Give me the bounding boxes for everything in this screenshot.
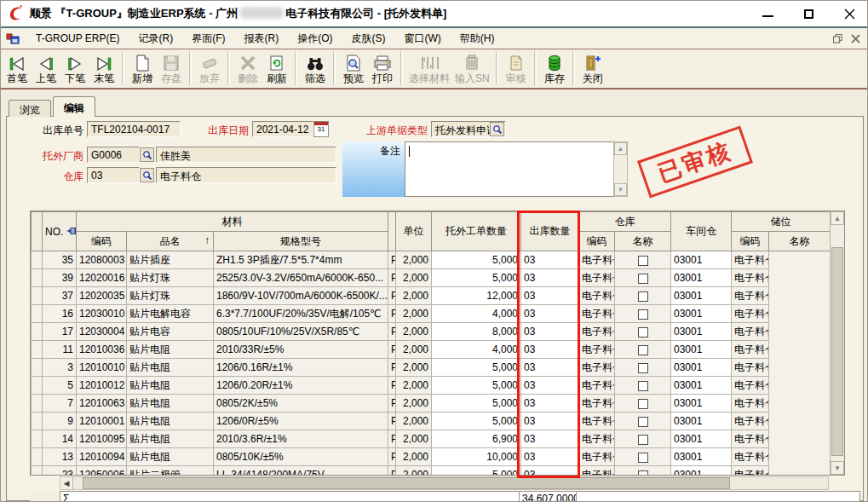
workshop-checkbox[interactable] bbox=[638, 381, 648, 391]
cell-order_qty[interactable]: 2,000 bbox=[396, 448, 432, 466]
cell-wh_name[interactable]: 电子料仓 bbox=[579, 323, 615, 341]
cell-workshop[interactable] bbox=[615, 251, 671, 269]
order-no-field[interactable]: TFL202104-0017 bbox=[87, 121, 181, 137]
cell-unit[interactable]: PCS bbox=[388, 341, 396, 359]
cell-order_qty[interactable]: 2,000 bbox=[396, 305, 432, 323]
cell-code[interactable]: 12010001 bbox=[77, 413, 127, 430]
scroll-down-icon[interactable]: ▼ bbox=[614, 183, 627, 196]
cell-wh_code[interactable]: 03 bbox=[521, 323, 579, 341]
cell-unit[interactable]: PCS bbox=[388, 413, 396, 430]
cell-spec[interactable]: 1206/0.16R/±1% bbox=[214, 359, 388, 377]
toolbar-next-button[interactable]: 下笔 bbox=[60, 50, 89, 85]
cell-no[interactable]: 5 bbox=[43, 377, 77, 395]
toolbar-filter-button[interactable]: 筛选 bbox=[301, 50, 330, 85]
cell-name[interactable]: 贴片电阻 bbox=[127, 448, 214, 466]
cell-loc_name[interactable]: 电子料仓一储 bbox=[732, 287, 769, 305]
menu-record[interactable]: 记录(R) bbox=[129, 30, 182, 48]
cell-wh_code[interactable]: 03 bbox=[521, 448, 579, 466]
cell-workshop[interactable] bbox=[615, 466, 671, 476]
scrollbar-thumb[interactable] bbox=[83, 477, 730, 489]
cell-unit[interactable]: PCS bbox=[388, 251, 396, 269]
workshop-checkbox[interactable] bbox=[638, 256, 648, 266]
table-row[interactable]: 312010010贴片电阻1206/0.16R/±1%PCS2,0005,000… bbox=[32, 359, 831, 377]
cell-name[interactable]: 贴片电阻 bbox=[127, 395, 214, 413]
table-row[interactable]: 3912020016贴片灯珠2525/3.0V-3.2V/650mA/6000K… bbox=[32, 269, 831, 287]
row-indicator-cell[interactable] bbox=[32, 466, 43, 476]
toolbar-prev-button[interactable]: 上笔 bbox=[32, 50, 60, 85]
cell-code[interactable]: 12050006 bbox=[77, 466, 127, 476]
cell-order_qty[interactable]: 2,000 bbox=[396, 269, 432, 287]
cell-out_qty[interactable]: 8,000 bbox=[432, 323, 521, 341]
row-indicator-cell[interactable] bbox=[32, 341, 43, 359]
header-code[interactable]: 编码 bbox=[77, 232, 127, 251]
out-date-field[interactable]: 2021-04-12 bbox=[252, 121, 313, 137]
cell-no[interactable]: 3 bbox=[43, 359, 77, 377]
cell-loc_name[interactable]: 电子料仓一储 bbox=[732, 305, 769, 323]
calendar-button[interactable]: 31 bbox=[313, 121, 329, 137]
cell-loc_code[interactable]: 03001 bbox=[671, 377, 732, 395]
cell-loc_name[interactable]: 电子料仓一储 bbox=[732, 448, 769, 466]
cell-unit[interactable]: PCS bbox=[388, 359, 396, 377]
toolbar-close-button[interactable]: 关闭 bbox=[578, 50, 607, 85]
cell-wh_name[interactable]: 电子料仓 bbox=[579, 430, 615, 448]
window-close-button[interactable] bbox=[843, 8, 855, 20]
cell-no[interactable]: 14 bbox=[43, 430, 77, 448]
cell-no[interactable]: 9 bbox=[43, 413, 77, 430]
cell-spec[interactable]: 6.3*7.7/100UF/20%/35V/电解/105℃ bbox=[214, 305, 388, 323]
menu-report[interactable]: 报表(R) bbox=[234, 30, 288, 48]
cell-loc_name[interactable]: 电子料仓一储 bbox=[732, 395, 769, 413]
tab-browse[interactable]: 浏览 bbox=[9, 100, 51, 117]
header-name[interactable]: 品名↑ bbox=[127, 232, 214, 251]
scroll-up-icon[interactable]: ▲ bbox=[831, 211, 844, 225]
cell-no[interactable]: 17 bbox=[43, 323, 77, 341]
cell-code[interactable]: 12010094 bbox=[77, 448, 127, 466]
cell-spec[interactable]: 1206/0.20R/±1% bbox=[214, 377, 388, 395]
menu-window[interactable]: 窗口(W) bbox=[394, 30, 450, 48]
cell-spec[interactable]: 1206/0R/±5% bbox=[214, 413, 388, 430]
cell-code[interactable]: 12010036 bbox=[77, 341, 127, 359]
row-indicator-cell[interactable] bbox=[32, 395, 43, 413]
cell-spec[interactable]: 0805/2K/±5% bbox=[214, 395, 388, 413]
cell-order_qty[interactable]: 2,000 bbox=[396, 323, 432, 341]
cell-workshop[interactable] bbox=[615, 413, 671, 430]
table-row[interactable]: 1712030004贴片电容0805/10UF/10%/25V/X5R/85℃P… bbox=[32, 323, 831, 341]
cell-loc_name[interactable]: 电子料仓一储 bbox=[732, 251, 769, 269]
cell-workshop[interactable] bbox=[615, 287, 671, 305]
grid-vertical-scrollbar[interactable]: ▲ ▼ bbox=[830, 211, 844, 475]
header-spec[interactable]: 规格型号 bbox=[214, 232, 388, 251]
row-indicator-cell[interactable] bbox=[32, 430, 43, 448]
cell-code[interactable]: 12010012 bbox=[77, 377, 127, 395]
cell-spec[interactable]: 2010/33R/±5% bbox=[214, 341, 388, 359]
cell-order_qty[interactable]: 2,000 bbox=[396, 359, 432, 377]
cell-loc_name[interactable]: 电子料仓一储 bbox=[732, 269, 769, 287]
cell-loc_name[interactable]: 电子料仓一储 bbox=[732, 377, 769, 395]
cell-order_qty[interactable]: 2,000 bbox=[396, 413, 432, 430]
cell-unit[interactable]: PCS bbox=[388, 395, 396, 413]
cell-loc_code[interactable]: 03001 bbox=[671, 305, 732, 323]
cell-loc_code[interactable]: 03001 bbox=[671, 430, 732, 448]
workshop-checkbox[interactable] bbox=[638, 345, 648, 355]
toolbar-preview-button[interactable]: 预览 bbox=[339, 50, 368, 85]
table-row[interactable]: 3512080003贴片插座ZH1.5 3P插座/7.5*5.7*4mmPCS2… bbox=[32, 251, 831, 269]
warehouse-code-field[interactable]: 03 bbox=[87, 167, 140, 183]
workshop-checkbox[interactable] bbox=[638, 453, 648, 463]
cell-workshop[interactable] bbox=[615, 448, 671, 466]
cell-wh_name[interactable]: 电子料仓 bbox=[579, 359, 615, 377]
cell-loc_code[interactable]: 03001 bbox=[671, 413, 732, 430]
cell-code[interactable]: 12030004 bbox=[77, 323, 127, 341]
cell-wh_code[interactable]: 03 bbox=[521, 341, 579, 359]
cell-wh_code[interactable]: 03 bbox=[521, 413, 579, 430]
cell-spec[interactable]: 0805/10K/±5% bbox=[214, 448, 388, 466]
cell-no[interactable]: 13 bbox=[43, 448, 77, 466]
cell-order_qty[interactable]: 2,000 bbox=[396, 287, 432, 305]
cell-name[interactable]: 贴片插座 bbox=[127, 251, 214, 269]
cell-spec[interactable]: LL-34/4148/200MA/75V bbox=[214, 466, 388, 476]
header-wh-code[interactable]: 编码 bbox=[579, 232, 615, 251]
mdi-close-button[interactable] bbox=[851, 34, 860, 46]
table-row[interactable]: 912010001贴片电阻1206/0R/±5%PCS2,0005,00003电… bbox=[32, 413, 831, 430]
cell-loc_name[interactable]: 电子料仓一储 bbox=[732, 341, 769, 359]
cell-workshop[interactable] bbox=[615, 269, 671, 287]
table-row[interactable]: 3712020035贴片灯珠1860/9V-10V/700mA/6000K-65… bbox=[32, 287, 831, 305]
cell-wh_name[interactable]: 电子料仓 bbox=[579, 305, 615, 323]
row-indicator-cell[interactable] bbox=[32, 323, 43, 341]
